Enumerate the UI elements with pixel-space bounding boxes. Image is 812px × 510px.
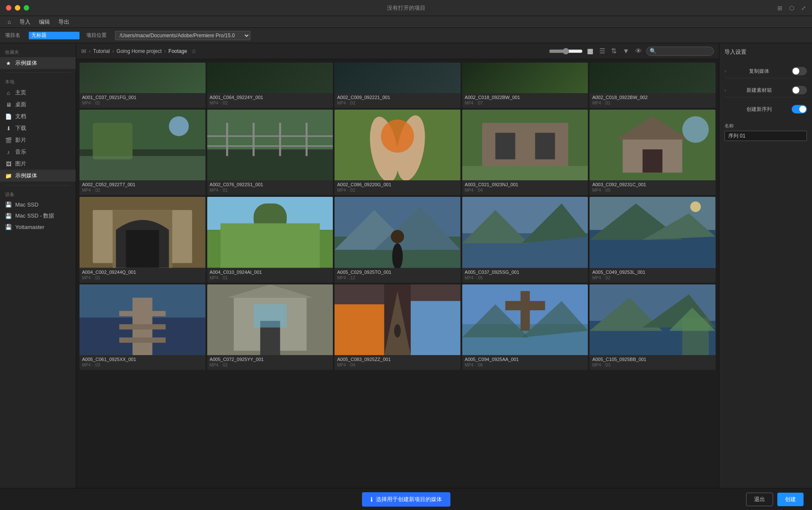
media-info: A003_C021_0923NJ_001MP4 · :04 [462, 180, 588, 195]
media-thumbnail [80, 63, 206, 93]
breadcrumb-tutorial[interactable]: Tutorial [93, 48, 110, 54]
sort-button[interactable]: ⇅ [609, 46, 618, 56]
sidebar-item-desktop[interactable]: 🖥 桌面 [0, 99, 76, 110]
sidebar-item-mac-ssd[interactable]: 💾 Mac SSD [0, 199, 76, 210]
share-icon[interactable]: ⬡ [789, 5, 794, 11]
sidebar-item-movies[interactable]: 🎬 影片 [0, 134, 76, 146]
sidebar-item-yottamaster[interactable]: 💾 Yottamaster [0, 222, 76, 232]
media-grid-container[interactable]: A001_C037_0921FG_001MP4 · :01A001_C064_0… [76, 59, 719, 488]
list-view-button[interactable]: ☰ [598, 46, 607, 56]
new-bin-arrow: › [724, 87, 726, 93]
new-bin-toggle[interactable] [792, 86, 807, 94]
preview-button[interactable]: 👁 [634, 47, 644, 56]
media-info: A005_C105_0925BB_001MP4 · :03 [590, 355, 716, 370]
copy-media-toggle[interactable] [792, 67, 807, 75]
sidebar-item-favorites[interactable]: ★ 示例媒体 [0, 57, 76, 69]
search-input[interactable] [646, 47, 714, 56]
project-location-select[interactable]: /Users/macw/Documents/Adobe/Premiere Pro… [115, 31, 250, 40]
media-name-label: A005_C037_0925SG_001 [465, 270, 586, 275]
media-item[interactable]: A005_C037_0925SG_001MP4 · :05 [462, 197, 588, 282]
media-item[interactable]: A001_C064_09224Y_001MP4 · :02 [207, 63, 333, 108]
menu-item-home[interactable]: ⌂ [4, 18, 14, 26]
filter-button[interactable]: ▼ [621, 47, 631, 56]
media-info: A005_C049_09253L_001MP4 · :02 [590, 268, 716, 283]
media-thumbnail [462, 63, 588, 93]
media-grid: A001_C037_0921FG_001MP4 · :01A001_C064_0… [80, 63, 716, 370]
media-item[interactable]: A002_C018_0922BW_001MP4 · :07 [462, 63, 588, 108]
media-name-label: A005_C105_0925BB_001 [592, 357, 713, 362]
media-item[interactable]: A005_C061_0925XX_001MP4 · :03 [80, 284, 206, 370]
media-meta-label: MP4 · :01 [82, 101, 203, 105]
media-item[interactable]: A004_C010_0924AI_001MP4 · :01 [207, 197, 333, 282]
media-thumbnail [207, 284, 333, 355]
media-thumbnail [335, 110, 461, 180]
new-sequence-option: › 创建新序列 [724, 102, 807, 116]
zoom-slider[interactable] [549, 48, 583, 55]
breadcrumb-going-home[interactable]: Going Home project [117, 48, 162, 54]
create-button[interactable]: 创建 [777, 493, 804, 506]
sidebar-item-documents[interactable]: 📄 文档 [0, 110, 76, 122]
media-item[interactable]: A005_C049_09253L_001MP4 · :02 [590, 197, 716, 282]
media-item[interactable]: A002_C052_0922T7_001MP4 · :02 [80, 110, 206, 195]
media-item[interactable]: A003_C092_09231C_001MP4 · :05 [590, 110, 716, 195]
media-item[interactable]: A002_C018_0922BW_002MP4 · :01 [590, 63, 716, 108]
titlebar-actions: ⊞ ⬡ ⤢ [777, 5, 806, 11]
sequence-name-input[interactable] [724, 131, 807, 141]
svg-rect-68 [521, 291, 530, 331]
media-thumbnail [207, 63, 333, 93]
sidebar-item-home[interactable]: ⌂ 主页 [0, 87, 76, 99]
media-item[interactable]: A002_C076_0922S1_001MP4 · :01 [207, 110, 333, 195]
media-info: A002_C018_0922BW_001MP4 · :07 [462, 93, 588, 108]
sidebar-item-mac-ssd-data[interactable]: 💾 Mac SSD - 数据 [0, 210, 76, 222]
media-name-label: A004_C002_09244Q_001 [82, 270, 203, 275]
media-info: A004_C010_0924AI_001MP4 · :01 [207, 268, 333, 283]
media-name-label: A002_C086_09220G_001 [337, 182, 458, 187]
media-name-label: A001_C064_09224Y_001 [210, 95, 331, 100]
menu-item-import[interactable]: 导入 [16, 17, 34, 27]
media-meta-label: MP4 · :02 [337, 188, 458, 193]
cancel-button[interactable]: 退出 [746, 493, 773, 506]
media-item[interactable]: A004_C002_09244Q_001MP4 · :01 [80, 197, 206, 282]
close-button[interactable] [6, 5, 11, 11]
menu-item-export[interactable]: 导出 [55, 17, 73, 27]
media-name-label: A005_C094_0925AA_001 [465, 357, 586, 362]
media-item[interactable]: A001_C037_0921FG_001MP4 · :01 [80, 63, 206, 108]
media-item[interactable]: A002_C086_09220G_001MP4 · :02 [335, 110, 461, 195]
svg-point-16 [381, 119, 414, 152]
resize-icon[interactable]: ⤢ [801, 5, 806, 11]
project-name-input[interactable] [29, 32, 80, 39]
fullscreen-icon[interactable]: ⊞ [777, 5, 782, 11]
svg-point-40 [391, 230, 404, 243]
media-item[interactable]: A005_C029_0925TO_001MP4 · :12 [335, 197, 461, 282]
media-name-label: A005_C049_09253L_001 [592, 270, 713, 275]
media-item[interactable]: A005_C083_0925ZZ_001MP4 · :04 [335, 284, 461, 370]
media-item[interactable]: A003_C021_0923NJ_001MP4 · :04 [462, 110, 588, 195]
media-item[interactable]: A005_C105_0925BB_001MP4 · :03 [590, 284, 716, 370]
new-sequence-toggle[interactable] [792, 105, 807, 113]
menu-item-edit[interactable]: 编辑 [36, 17, 53, 27]
media-name-label: A002_C018_0922BW_001 [465, 95, 586, 100]
maximize-button[interactable] [24, 5, 29, 11]
media-name-label: A002_C052_0922T7_001 [82, 182, 203, 187]
media-item[interactable]: A002_C009_092221_001MP4 · :02 [335, 63, 461, 108]
breadcrumb-star-icon[interactable]: ☆ [191, 48, 197, 55]
media-name-label: A005_C061_0925XX_001 [82, 357, 203, 362]
minimize-button[interactable] [15, 5, 20, 11]
sidebar-divider-2 [5, 185, 71, 185]
grid-view-button[interactable]: ▦ [585, 46, 595, 56]
media-item[interactable]: A005_C072_0925YY_001MP4 · :02 [207, 284, 333, 370]
sidebar-item-music[interactable]: ♪ 音乐 [0, 146, 76, 158]
sidebar-item-pictures[interactable]: 🖼 图片 [0, 158, 76, 170]
sidebar-item-sample-media[interactable]: 📁 示例媒体 [0, 170, 76, 182]
svg-rect-54 [119, 324, 166, 330]
sidebar-item-downloads[interactable]: ⬇ 下载 [0, 122, 76, 134]
svg-rect-2 [93, 123, 132, 159]
drive-data-icon: 💾 [5, 213, 12, 219]
media-item[interactable]: A005_C094_0925AA_001MP4 · :06 [462, 284, 588, 370]
breadcrumb-footage[interactable]: Footage [168, 48, 187, 54]
media-meta-label: MP4 · :01 [592, 101, 713, 105]
svg-rect-25 [643, 149, 663, 173]
drive-icon: 💾 [5, 201, 12, 208]
media-meta-label: MP4 · :12 [337, 276, 458, 280]
media-info: A001_C064_09224Y_001MP4 · :02 [207, 93, 333, 108]
